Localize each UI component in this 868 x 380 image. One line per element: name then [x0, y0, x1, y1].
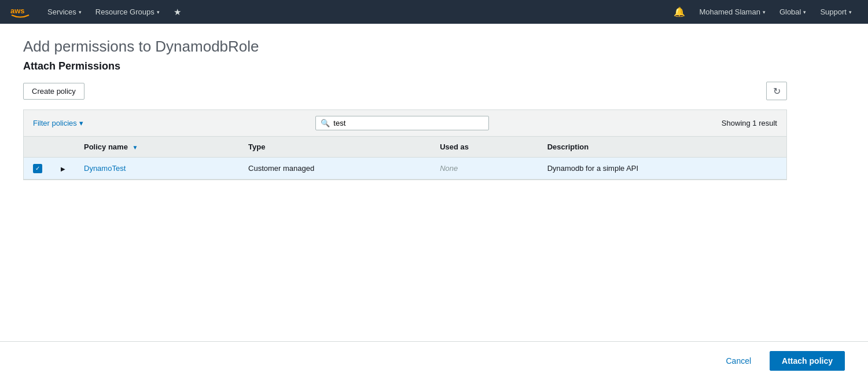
nav-user[interactable]: Mohamed Slaman ▾ [692, 0, 773, 24]
section-title: Attach Permissions [23, 60, 787, 72]
th-type: Type [239, 137, 431, 158]
search-icon: 🔍 [321, 119, 330, 127]
row-used-as: None [431, 158, 538, 180]
search-box: 🔍 [315, 116, 489, 130]
nav-services[interactable]: Services ▾ [41, 0, 89, 24]
top-nav: aws Services ▾ Resource Groups ▾ ★ 🔔 Moh… [0, 0, 868, 24]
th-checkbox [24, 137, 52, 158]
filter-chevron-icon: ▾ [79, 119, 83, 127]
expand-arrow-icon: ▶ [61, 166, 65, 172]
user-chevron-icon: ▾ [763, 9, 766, 15]
sort-icon: ▼ [133, 144, 138, 151]
main-content: Add permissions to DynamodbRole Attach P… [0, 24, 810, 194]
page-title: Add permissions to DynamodbRole [23, 38, 787, 56]
checkbox-checked-icon: ✓ [33, 164, 42, 173]
row-checkbox-cell[interactable]: ✓ [24, 158, 52, 180]
refresh-button[interactable]: ↻ [766, 82, 787, 100]
table-row: ✓ ▶ DynamoTest Customer managed None [24, 158, 786, 180]
refresh-icon: ↻ [773, 86, 781, 97]
support-chevron-icon: ▾ [849, 9, 852, 15]
th-description: Description [538, 137, 786, 158]
row-expand-cell[interactable]: ▶ [52, 158, 75, 180]
toolbar: Create policy ↻ [23, 82, 787, 100]
row-description: Dynamodb for a simple API [538, 158, 786, 180]
nav-region[interactable]: Global ▾ [773, 0, 814, 24]
bell-icon[interactable]: 🔔 [667, 6, 692, 17]
nav-right: 🔔 Mohamed Slaman ▾ Global ▾ Support ▾ [667, 0, 859, 24]
th-policy-name[interactable]: Policy name ▼ [75, 137, 239, 158]
nav-support[interactable]: Support ▾ [813, 0, 859, 24]
policies-table: Policy name ▼ Type Used as Description [24, 137, 786, 180]
services-chevron-icon: ▾ [79, 9, 82, 15]
th-expand [52, 137, 75, 158]
row-type: Customer managed [239, 158, 431, 180]
row-policy-name: DynamoTest [75, 158, 239, 180]
policies-table-wrapper: Policy name ▼ Type Used as Description [23, 136, 787, 180]
nav-resource-groups[interactable]: Resource Groups ▾ [89, 0, 167, 24]
star-icon: ★ [174, 7, 181, 17]
table-header: Policy name ▼ Type Used as Description [24, 137, 786, 158]
search-input[interactable] [333, 119, 484, 127]
nav-favorites[interactable]: ★ [167, 0, 188, 24]
filter-policies-button[interactable]: Filter policies ▾ [33, 119, 83, 127]
th-used-as: Used as [431, 137, 538, 158]
showing-result: Showing 1 result [722, 119, 777, 127]
filter-bar: Filter policies ▾ 🔍 Showing 1 result [23, 109, 787, 136]
svg-text:aws: aws [10, 6, 25, 15]
aws-logo[interactable]: aws [9, 4, 31, 20]
region-chevron-icon: ▾ [803, 9, 806, 15]
policy-name-link[interactable]: DynamoTest [84, 164, 126, 173]
resource-groups-chevron-icon: ▾ [157, 9, 160, 15]
table-body: ✓ ▶ DynamoTest Customer managed None [24, 158, 786, 180]
create-policy-button[interactable]: Create policy [23, 83, 84, 100]
